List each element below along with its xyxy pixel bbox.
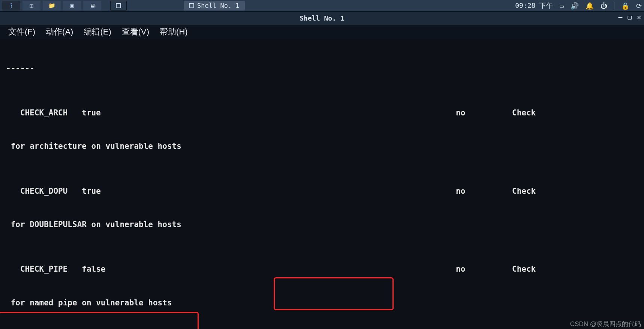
clock-text[interactable]: 09:28 下午 — [515, 1, 553, 10]
taskbar-right: 09:28 下午 ▭ 🔊 🔔 ⏻ 🔒 ⟳ — [515, 1, 642, 10]
menu-action[interactable]: 动作(A) — [46, 26, 73, 37]
terminal-line: for architecture on vulnerable hosts — [6, 141, 638, 152]
menubar: 文件(F) 动作(A) 编辑(E) 查看(V) 帮助(H) — [0, 25, 644, 39]
taskbar-left: ⟆ ◫ 📁 ▣ 🖥 Shell No. 1 — [2, 1, 245, 10]
terminal-line: CHECK_PIPE falsenoCheck — [6, 264, 638, 275]
volume-icon[interactable]: 🔊 — [571, 2, 579, 10]
display-icon[interactable]: ▭ — [560, 2, 564, 10]
task-button-shell[interactable]: Shell No. 1 — [184, 1, 245, 10]
terminal-line: CHECK_DOPU truenoCheck — [6, 186, 638, 197]
files-icon[interactable]: 📁 — [43, 1, 61, 10]
terminal-line: ------ — [6, 63, 638, 74]
menu-file[interactable]: 文件(F) — [8, 26, 35, 37]
terminal-line: CHECK_ARCH truenoCheck — [6, 108, 638, 119]
os-taskbar: ⟆ ◫ 📁 ▣ 🖥 Shell No. 1 09:28 下午 ▭ 🔊 🔔 ⏻ 🔒… — [0, 0, 644, 11]
minimize-button[interactable]: — — [618, 13, 622, 21]
terminal-line: for DOUBLEPULSAR on vulnerable hosts — [6, 219, 638, 230]
separator — [614, 2, 614, 9]
annotation-box-result — [0, 312, 199, 329]
menu-view[interactable]: 查看(V) — [122, 26, 149, 37]
watermark-text: CSDN @凌晨四点的代码 — [570, 320, 641, 328]
lock-icon[interactable]: 🔒 — [621, 2, 629, 10]
spacer — [103, 1, 108, 10]
menu-help[interactable]: 帮助(H) — [160, 26, 188, 37]
notification-icon[interactable]: 🔔 — [586, 2, 594, 10]
task-label: Shell No. 1 — [197, 2, 240, 9]
menu-edit[interactable]: 编辑(E) — [84, 26, 111, 37]
window-title: Shell No. 1 — [300, 14, 344, 22]
terminal-line: for named pipe on vulnerable hosts — [6, 298, 638, 309]
terminal-icon[interactable]: ▣ — [63, 1, 81, 10]
logout-icon[interactable]: ⟳ — [636, 2, 642, 10]
task-button-shell-icon[interactable] — [110, 1, 127, 10]
window-controls: — ▢ ✕ — [618, 13, 641, 21]
terminal-area[interactable]: ------ CHECK_ARCH truenoCheck for archit… — [0, 39, 644, 329]
window-titlebar[interactable]: Shell No. 1 — ▢ ✕ — [0, 11, 644, 25]
app-launcher-icon[interactable]: ◫ — [22, 1, 40, 10]
terminal-task-icon — [116, 3, 121, 8]
kali-menu-icon[interactable]: ⟆ — [2, 1, 20, 10]
terminal-task-icon — [189, 3, 194, 8]
power-icon[interactable]: ⏻ — [601, 2, 607, 10]
maximize-button[interactable]: ▢ — [628, 13, 632, 21]
close-button[interactable]: ✕ — [637, 13, 641, 21]
screen-icon[interactable]: 🖥 — [83, 1, 101, 10]
